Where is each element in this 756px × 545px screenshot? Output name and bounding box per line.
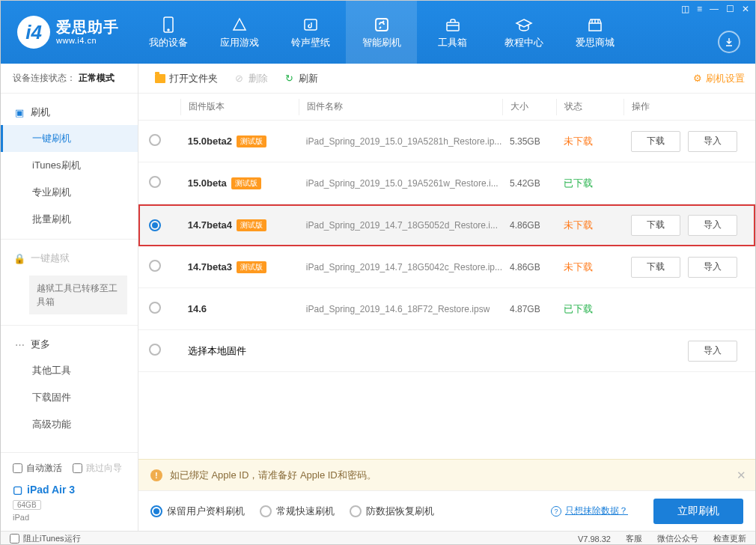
table-row[interactable]: 15.0beta2测试版iPad_Spring_2019_15.0_19A528… bbox=[138, 121, 755, 162]
side-jailbreak-header: 🔒一键越狱 bbox=[1, 246, 138, 271]
file-size: 4.86GB bbox=[510, 262, 540, 272]
sidebar-item-other[interactable]: 其他工具 bbox=[1, 357, 138, 384]
import-button[interactable]: 导入 bbox=[688, 341, 737, 362]
col-status[interactable]: 状态 bbox=[556, 99, 624, 115]
row-radio[interactable] bbox=[149, 344, 161, 356]
nav-apps[interactable]: 应用游戏 bbox=[204, 1, 275, 64]
phone-icon bbox=[159, 16, 178, 33]
row-radio[interactable] bbox=[149, 219, 161, 231]
erase-only-link[interactable]: ?只想抹除数据？ bbox=[551, 505, 628, 517]
refresh-button[interactable]: ↻刷新 bbox=[278, 69, 324, 88]
sidebar-item-itunes[interactable]: iTunes刷机 bbox=[1, 152, 138, 179]
main-nav: 我的设备 应用游戏 铃声壁纸 智能刷机 工具箱 教程中心 爱思商城 bbox=[132, 1, 755, 64]
import-button[interactable]: 导入 bbox=[688, 131, 737, 152]
download-center-icon[interactable] bbox=[718, 31, 740, 53]
delete-button[interactable]: ⊘删除 bbox=[228, 69, 274, 88]
sidebar-item-advanced[interactable]: 高级功能 bbox=[1, 411, 138, 438]
beta-tag: 测试版 bbox=[237, 219, 266, 231]
row-radio[interactable] bbox=[149, 134, 161, 146]
nav-my-device[interactable]: 我的设备 bbox=[132, 1, 204, 64]
gear-icon: ⚙ bbox=[693, 73, 702, 84]
status-bar: 阻止iTunes运行 V7.98.32 客服 微信公众号 检查更新 bbox=[1, 531, 755, 545]
block-itunes-checkbox[interactable]: 阻止iTunes运行 bbox=[10, 533, 81, 544]
svg-rect-2 bbox=[305, 19, 317, 30]
more-icon: ⋯ bbox=[14, 339, 25, 350]
device-name[interactable]: ▢iPad Air 3 bbox=[13, 484, 126, 496]
tshirt-icon[interactable]: ◫ bbox=[681, 4, 689, 14]
folder-icon bbox=[155, 74, 165, 83]
import-button[interactable]: 导入 bbox=[688, 215, 737, 236]
col-size[interactable]: 大小 bbox=[502, 99, 556, 115]
row-radio[interactable] bbox=[149, 260, 161, 272]
download-button[interactable]: 下载 bbox=[631, 215, 680, 236]
col-name[interactable]: 固件名称 bbox=[299, 99, 502, 115]
firmware-name: iPad_Spring_2019_15.0_19A5261w_Restore.i… bbox=[306, 178, 499, 189]
close-icon[interactable]: ✕ bbox=[742, 4, 749, 14]
menu-icon[interactable]: ≡ bbox=[697, 4, 702, 14]
jailbreak-note: 越狱工具已转移至工具箱 bbox=[29, 275, 127, 314]
lock-icon: 🔒 bbox=[14, 253, 25, 264]
sidebar-item-oneclick[interactable]: 一键刷机 bbox=[1, 125, 138, 152]
flash-now-button[interactable]: 立即刷机 bbox=[653, 499, 743, 524]
flash-settings-button[interactable]: ⚙刷机设置 bbox=[693, 72, 745, 85]
file-size: 4.87GB bbox=[510, 304, 540, 314]
open-folder-button[interactable]: 打开文件夹 bbox=[149, 69, 224, 88]
version-text: 14.7beta4 bbox=[188, 219, 232, 231]
update-link[interactable]: 检查更新 bbox=[713, 533, 746, 544]
local-fw-label: 选择本地固件 bbox=[188, 344, 246, 358]
download-button[interactable]: 下载 bbox=[631, 257, 680, 278]
table-row[interactable]: 14.7beta3测试版iPad_Spring_2019_14.7_18G504… bbox=[138, 246, 755, 288]
skip-guide-checkbox[interactable]: 跳过向导 bbox=[73, 462, 122, 475]
firmware-name: iPad_Spring_2019_15.0_19A5281h_Restore.i… bbox=[306, 136, 502, 147]
status-text: 未下载 bbox=[564, 135, 593, 148]
table-row[interactable]: 15.0beta测试版iPad_Spring_2019_15.0_19A5261… bbox=[138, 162, 755, 204]
opt-keep-data[interactable]: 保留用户资料刷机 bbox=[150, 505, 245, 518]
side-more-header[interactable]: ⋯更多 bbox=[1, 332, 138, 357]
table-row[interactable]: 14.6iPad_Spring_2019_14.6_18F72_Restore.… bbox=[138, 288, 755, 330]
opt-anti-recover[interactable]: 防数据恢复刷机 bbox=[350, 505, 434, 518]
close-icon[interactable]: ✕ bbox=[737, 469, 746, 482]
side-flash-header[interactable]: ▣刷机 bbox=[1, 100, 138, 125]
status-text: 已下载 bbox=[564, 302, 593, 316]
version-text: 14.6 bbox=[188, 303, 207, 314]
firmware-name: iPad_Spring_2019_14.7_18G5052d_Restore.i… bbox=[306, 220, 498, 231]
download-button[interactable]: 下载 bbox=[631, 131, 680, 152]
firmware-name: iPad_Spring_2019_14.7_18G5042c_Restore.i… bbox=[306, 262, 502, 272]
import-button[interactable]: 导入 bbox=[688, 257, 737, 278]
brand-url: www.i4.cn bbox=[56, 36, 119, 46]
nav-tutorial[interactable]: 教程中心 bbox=[488, 1, 559, 64]
window-controls: ◫ ≡ — ☐ ✕ bbox=[681, 4, 749, 14]
connection-status: 设备连接状态：正常模式 bbox=[1, 64, 138, 94]
beta-tag: 测试版 bbox=[237, 136, 266, 147]
svg-rect-4 bbox=[447, 22, 459, 31]
sidebar-item-download-fw[interactable]: 下载固件 bbox=[1, 384, 138, 411]
opt-normal[interactable]: 常规快速刷机 bbox=[260, 505, 335, 518]
wechat-link[interactable]: 微信公众号 bbox=[657, 533, 698, 544]
nav-ringtone[interactable]: 铃声壁纸 bbox=[275, 1, 346, 64]
music-icon bbox=[301, 16, 320, 33]
auto-activate-checkbox[interactable]: 自动激活 bbox=[13, 462, 62, 475]
col-ops[interactable]: 操作 bbox=[624, 99, 755, 115]
sidebar-item-pro[interactable]: 专业刷机 bbox=[1, 179, 138, 206]
version-text: 15.0beta bbox=[188, 177, 227, 189]
svg-rect-3 bbox=[376, 19, 388, 31]
service-link[interactable]: 客服 bbox=[626, 533, 642, 544]
file-size: 4.86GB bbox=[510, 220, 540, 231]
col-version[interactable]: 固件版本 bbox=[180, 99, 299, 115]
table-row[interactable]: 14.7beta4测试版iPad_Spring_2019_14.7_18G505… bbox=[138, 204, 755, 246]
nav-flash[interactable]: 智能刷机 bbox=[346, 1, 417, 64]
nav-store[interactable]: 爱思商城 bbox=[559, 1, 630, 64]
logo[interactable]: i4 爱思助手 www.i4.cn bbox=[1, 1, 132, 64]
maximize-icon[interactable]: ☐ bbox=[726, 4, 734, 14]
nav-tools[interactable]: 工具箱 bbox=[417, 1, 488, 64]
local-firmware-row[interactable]: 选择本地固件导入 bbox=[138, 330, 755, 372]
apps-icon bbox=[230, 16, 249, 33]
help-icon: ? bbox=[551, 506, 561, 517]
sidebar-item-batch[interactable]: 批量刷机 bbox=[1, 206, 138, 233]
status-text: 未下载 bbox=[564, 219, 593, 232]
row-radio[interactable] bbox=[149, 302, 161, 314]
apple-id-notice: ! 如已绑定 Apple ID，请准备好 Apple ID和密码。 ✕ bbox=[138, 459, 755, 490]
row-radio[interactable] bbox=[149, 176, 161, 188]
toolbox-icon bbox=[443, 16, 463, 33]
minimize-icon[interactable]: — bbox=[710, 4, 719, 14]
